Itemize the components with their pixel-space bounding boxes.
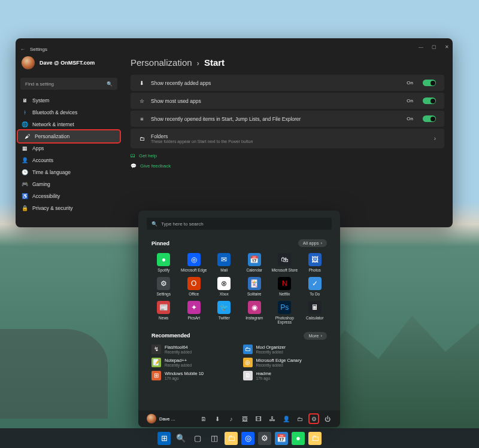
app-label: Xbox	[220, 292, 229, 296]
app-tile-netflix[interactable]: NNetflix	[270, 276, 299, 297]
app-tile-office[interactable]: OOffice	[180, 276, 209, 297]
recommended-item[interactable]: 🗀Mod OrganizerRecently added	[243, 345, 328, 354]
app-tile-calendar[interactable]: 📅Calendar	[240, 252, 269, 273]
sidebar-item-personalization[interactable]: 🖌Personalization	[18, 130, 120, 142]
back-button[interactable]: ←	[20, 47, 25, 52]
start-search-input[interactable]: 🔍 Type here to search	[147, 218, 332, 230]
app-icon: 🖼	[308, 253, 322, 266]
window-title: Settings	[30, 47, 47, 52]
search-placeholder: Find a setting	[25, 81, 54, 87]
app-tile-settings[interactable]: ⚙Settings	[149, 276, 178, 297]
footer-pictures-icon[interactable]: 🖼	[241, 415, 249, 423]
recommended-item[interactable]: ⊞Windows Mobile 1017h ago	[151, 371, 236, 380]
recommended-item[interactable]: 🗎readme17h ago	[243, 371, 328, 380]
app-tile-spotify[interactable]: ●Spotify	[149, 252, 178, 273]
app-tile-photoshop-express[interactable]: PsPhotoshop Express	[270, 300, 299, 325]
app-icon: ✓	[308, 277, 322, 290]
footer-personal-icon[interactable]: 👤	[282, 415, 290, 423]
toggle-switch[interactable]	[423, 115, 436, 122]
rec-icon: ↯	[151, 345, 161, 354]
sidebar-item-time-language[interactable]: 🕒Time & language	[16, 166, 122, 178]
breadcrumb-root[interactable]: Personalization	[131, 57, 192, 68]
folders-row[interactable]: 🗀 Folders These folders appear on Start …	[131, 129, 444, 148]
taskbar-start-icon[interactable]: ⊞	[157, 432, 171, 445]
taskbar-explorer-icon[interactable]: 🗀	[225, 432, 238, 445]
recommended-item[interactable]: 📝Notepad++Recently added	[151, 358, 236, 367]
footer-power-icon[interactable]: ⏻	[323, 415, 332, 423]
app-tile-to-do[interactable]: ✓To Do	[301, 276, 330, 297]
app-tile-photos[interactable]: 🖼Photos	[301, 252, 330, 273]
maximize-button[interactable]: ▢	[432, 44, 436, 50]
taskbar-settings-icon[interactable]: ⚙	[258, 432, 271, 445]
footer-network-icon[interactable]: 🖧	[268, 415, 277, 423]
app-tile-mail[interactable]: ✉Mail	[210, 252, 239, 273]
sidebar-item-apps[interactable]: ▦Apps	[16, 142, 122, 154]
taskbar-search-icon[interactable]: 🔍	[174, 432, 187, 445]
more-button[interactable]: More ›	[304, 332, 327, 340]
app-icon: 📰	[157, 301, 170, 314]
rec-icon: 🗀	[243, 345, 253, 354]
folders-title: Folders	[151, 133, 168, 139]
nav-label: Personalization	[35, 133, 69, 139]
folder-icon: 🗀	[139, 136, 145, 142]
sidebar-item-gaming[interactable]: 🎮Gaming	[16, 178, 122, 190]
footer-videos-icon[interactable]: 🎞	[254, 415, 263, 423]
footer-explorer-icon[interactable]: 🗀	[296, 415, 304, 423]
taskbar-spotify-icon[interactable]: ●	[292, 432, 305, 445]
sidebar-item-network-internet[interactable]: 🌐Network & internet	[16, 118, 122, 130]
rec-sub: Recently added	[256, 363, 302, 367]
app-tile-microsoft-store[interactable]: 🛍Microsoft Store	[270, 252, 299, 273]
footer-music-icon[interactable]: ♪	[227, 415, 235, 423]
app-icon: ●	[157, 253, 170, 266]
app-tile-news[interactable]: 📰News	[149, 300, 178, 325]
nav-label: Gaming	[32, 181, 50, 187]
app-tile-twitter[interactable]: 🐦Twitter	[210, 300, 239, 325]
toggle-state: On	[407, 116, 413, 121]
app-label: Microsoft Edge	[181, 268, 207, 272]
setting-label: Show recently added apps	[151, 80, 401, 86]
toggle-switch[interactable]	[423, 80, 436, 86]
app-icon: 📅	[248, 253, 261, 266]
all-apps-button[interactable]: All apps ›	[298, 239, 327, 247]
recommended-item[interactable]: ↯Flashtool64Recently added	[151, 345, 236, 354]
sidebar-item-accounts[interactable]: 👤Accounts	[16, 154, 122, 166]
app-tile-microsoft-edge[interactable]: ◎Microsoft Edge	[180, 252, 209, 273]
toggle-switch[interactable]	[423, 97, 436, 104]
minimize-button[interactable]: —	[419, 44, 423, 50]
app-tile-instagram[interactable]: ◉Instagram	[240, 300, 269, 325]
sidebar-item-bluetooth-devices[interactable]: ᚼBluetooth & devices	[16, 106, 122, 118]
app-tile-calculator[interactable]: 🖩Calculator	[301, 300, 330, 325]
close-button[interactable]: ✕	[445, 44, 449, 50]
app-tile-solitaire[interactable]: 🃏Solitaire	[240, 276, 269, 297]
pinned-title: Pinned	[151, 240, 169, 246]
get-help-link[interactable]: Get help	[139, 153, 157, 159]
taskbar-folder-icon[interactable]: 🗀	[308, 432, 322, 445]
rec-sub: Recently added	[165, 363, 192, 367]
footer-settings-icon[interactable]: ⚙	[310, 415, 318, 423]
pinned-grid: ●Spotify◎Microsoft Edge✉Mail📅Calendar🛍Mi…	[147, 252, 332, 326]
search-input[interactable]: Find a setting 🔍	[20, 78, 117, 90]
footer-downloads-icon[interactable]: ⬇	[213, 415, 222, 423]
nav-icon: ᚼ	[22, 109, 28, 115]
rec-sub: Recently added	[165, 350, 192, 354]
chevron-right-icon: ›	[434, 135, 436, 142]
app-tile-xbox[interactable]: ⊗Xbox	[210, 276, 239, 297]
sidebar-item-accessibility[interactable]: ♿Accessibility	[16, 190, 122, 202]
nav-icon: ♿	[22, 193, 28, 199]
give-feedback-link[interactable]: Give feedback	[140, 163, 171, 169]
footer-user[interactable]: Dave …	[147, 414, 195, 423]
app-tile-picsart[interactable]: ✦PicsArt	[180, 300, 209, 325]
taskbar: ⊞🔍▢◫🗀◎⚙📅●🗀	[0, 428, 479, 448]
footer-documents-icon[interactable]: 🗎	[199, 415, 208, 423]
setting-row: ≡Show recently opened items in Start, Ju…	[131, 111, 444, 127]
taskbar-widgets-icon[interactable]: ◫	[208, 432, 221, 445]
recommended-item[interactable]: ◎Microsoft Edge CanaryRecently added	[243, 358, 328, 367]
app-label: Spotify	[157, 268, 169, 272]
sidebar-item-system[interactable]: 🖥System	[16, 95, 122, 106]
rec-icon: 📝	[151, 358, 161, 367]
taskbar-taskview-icon[interactable]: ▢	[191, 432, 204, 445]
toggle-state: On	[407, 98, 413, 103]
taskbar-calendar-icon[interactable]: 📅	[275, 432, 288, 445]
taskbar-edge-icon[interactable]: ◎	[241, 432, 254, 445]
sidebar-item-privacy-security[interactable]: 🔒Privacy & security	[16, 202, 122, 214]
